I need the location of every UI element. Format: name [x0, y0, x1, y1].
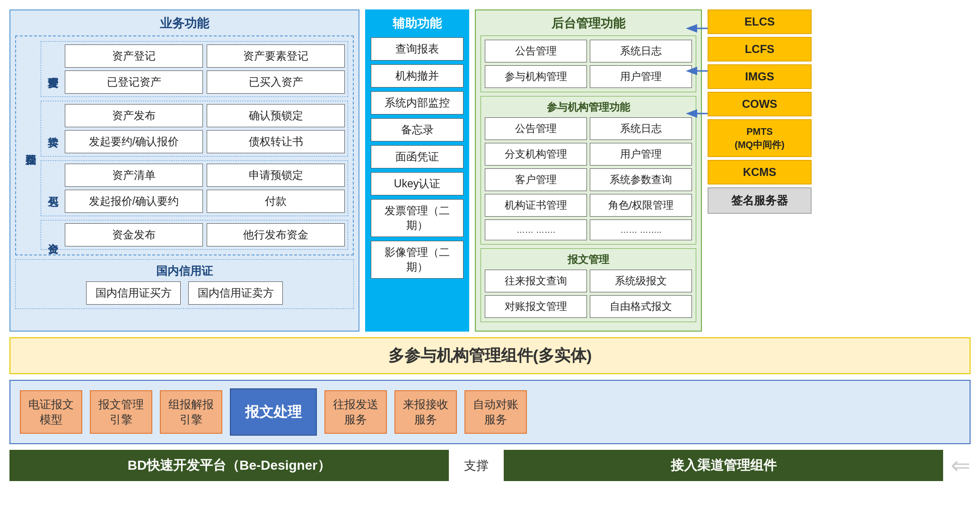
transfer-row2: 发起要约/确认报价 债权转让书: [65, 130, 345, 153]
bs2-item-1: 公告管理: [485, 117, 587, 140]
sys-sign: 签名服务器: [708, 187, 812, 214]
bottom-item-3: 组报解报引擎: [160, 390, 222, 434]
package-item-3: 发起报价/确认要约: [65, 190, 203, 213]
aux-item-7: 发票管理（二期）: [371, 199, 464, 237]
package-item-2: 申请预锁定: [207, 164, 345, 187]
transfer-item-2: 确认预锁定: [207, 104, 345, 127]
aux-item-5: 面函凭证: [371, 145, 464, 168]
sys-elcs: ELCS: [708, 9, 812, 34]
business-title: 业务功能: [15, 15, 354, 32]
bottom-section: 电证报文模型 报文管理引擎 组报解报引擎 报文处理 往报发送服务 来报接收服务 …: [9, 380, 971, 444]
footer-arrow: ⇐: [951, 452, 971, 479]
auxiliary-panel: 辅助功能 查询报表 机构撤并 系统内部监控 备忘录 面函凭证 Ukey认证 发票…: [365, 9, 469, 332]
aux-item-6: Ukey认证: [371, 172, 464, 195]
capital-item-1: 资金发布: [65, 223, 203, 246]
sys-cows: COWS: [708, 92, 812, 116]
bs1-item-3: 参与机构管理: [485, 65, 587, 88]
bs1-item-2: 系统日志: [590, 40, 692, 62]
capital-boxes: 资金发布 他行发布资金: [65, 223, 345, 246]
asset-row2: 已登记资产 已买入资产: [65, 70, 345, 94]
aux-item-2: 机构撤并: [371, 64, 464, 88]
sys-imgs: IMGS: [708, 64, 812, 89]
multi-participant: 多参与机构管理组件(多实体): [9, 337, 971, 374]
transfer-item-1: 资产发布: [65, 104, 203, 127]
backend-sub2-grid: 公告管理 系统日志 分支机构管理 用户管理 客户管理 系统参数查询 机构证书管理…: [485, 117, 692, 240]
right-systems-wrapper: ELCS LCFS IMGS COWS PMTS(MQ中间件) KCMS 签名服…: [708, 9, 812, 332]
side-label: 福费廷: [21, 41, 41, 250]
asset-item-2: 资产要素登记: [207, 44, 345, 68]
footer-platform: BD快速开发平台（Be-Designer）: [9, 450, 449, 481]
transfer-item-3: 发起要约/确认报价: [65, 130, 203, 153]
msg-processing: 报文处理: [230, 388, 317, 436]
bs2-item-3: 分支机构管理: [485, 143, 587, 166]
msg-item-2: 系统级报文: [590, 270, 692, 292]
package-label: 包买: [44, 187, 62, 189]
footer-channel: 接入渠道管理组件: [504, 450, 943, 481]
bottom-item-2: 报文管理引擎: [90, 390, 152, 434]
msg-item-4: 自由格式报文: [590, 295, 692, 318]
aux-item-8: 影像管理（二期）: [371, 241, 464, 279]
footer-support: 支撑: [456, 457, 496, 474]
sys-pmts: PMTS(MQ中间件): [708, 119, 812, 157]
transfer-row1: 资产发布 确认预锁定: [65, 104, 345, 127]
backend-sub2-title: 参与机构管理功能: [485, 100, 692, 114]
bottom-item-1: 电证报文模型: [20, 390, 82, 434]
capital-section: 资金 资金发布 他行发布资金: [41, 220, 348, 250]
capital-label: 资金: [44, 234, 62, 236]
asset-label: 资产管理: [44, 68, 62, 70]
asset-row1: 资产登记 资产要素登记: [65, 44, 345, 68]
domestic-item-1: 国内信用证买方: [86, 281, 181, 305]
top-area: 业务功能 福费廷 资产管理 资产登记 资产要素登记 已登记资产: [9, 9, 971, 332]
bs2-item-4: 用户管理: [590, 143, 692, 166]
bs2-item-2: 系统日志: [590, 117, 692, 140]
bs2-item-9: …… …….: [485, 219, 587, 240]
domestic-row: 国内信用证买方 国内信用证卖方: [86, 281, 283, 305]
asset-item-3: 已登记资产: [65, 70, 203, 94]
asset-section: 资产管理 资产登记 资产要素登记 已登记资产 已买入资产: [41, 41, 348, 97]
bs2-item-10: …… ……..: [590, 219, 692, 240]
footer-row: BD快速开发平台（Be-Designer） 支撑 接入渠道管理组件 ⇐: [9, 450, 971, 481]
package-item-4: 付款: [207, 190, 345, 213]
bs2-item-6: 系统参数查询: [590, 168, 692, 191]
aux-item-4: 备忘录: [371, 118, 464, 141]
package-boxes: 资产清单 申请预锁定 发起报价/确认要约 付款: [65, 164, 345, 213]
asset-item-4: 已买入资产: [207, 70, 345, 94]
bs2-item-5: 客户管理: [485, 168, 587, 191]
business-inner: 福费廷 资产管理 资产登记 资产要素登记 已登记资产 已买入资产: [15, 35, 354, 255]
backend-sub2: 参与机构管理功能 公告管理 系统日志 分支机构管理 用户管理 客户管理 系统参数…: [481, 96, 696, 245]
sys-lcfs: LCFS: [708, 37, 812, 61]
main-container: 业务功能 福费廷 资产管理 资产登记 资产要素登记 已登记资产: [0, 0, 980, 526]
backend-msg: 报文管理 往来报文查询 系统级报文 对账报文管理 自由格式报文: [481, 248, 696, 322]
bottom-item-5: 来报接收服务: [394, 390, 457, 434]
transfer-item-4: 债权转让书: [207, 130, 345, 153]
transfer-label: 转卖: [44, 128, 62, 130]
auxiliary-title: 辅助功能: [393, 15, 442, 32]
backend-sub1: 公告管理 系统日志 参与机构管理 用户管理: [481, 35, 696, 92]
asset-boxes: 资产登记 资产要素登记 已登记资产 已买入资产: [65, 44, 345, 94]
package-row1: 资产清单 申请预锁定: [65, 164, 345, 187]
connector-svg: [679, 9, 708, 332]
aux-item-1: 查询报表: [371, 37, 464, 61]
backend-msg-grid: 往来报文查询 系统级报文 对账报文管理 自由格式报文: [485, 270, 692, 318]
aux-item-3: 系统内部监控: [371, 91, 464, 114]
msg-item-1: 往来报文查询: [485, 270, 587, 292]
business-panel: 业务功能 福费廷 资产管理 资产登记 资产要素登记 已登记资产: [9, 9, 359, 332]
bs1-item-1: 公告管理: [485, 40, 587, 62]
bottom-item-4: 往报发送服务: [324, 390, 387, 434]
bs1-item-4: 用户管理: [590, 65, 692, 88]
domestic-title: 国内信用证: [156, 263, 213, 279]
backend-sub1-grid: 公告管理 系统日志 参与机构管理 用户管理: [485, 40, 692, 88]
msg-item-3: 对账报文管理: [485, 295, 587, 318]
transfer-section: 转卖 资产发布 确认预锁定 发起要约/确认报价 债权转让书: [41, 101, 348, 157]
transfer-boxes: 资产发布 确认预锁定 发起要约/确认报价 债权转让书: [65, 104, 345, 153]
domestic-section: 国内信用证 国内信用证买方 国内信用证卖方: [15, 259, 354, 309]
backend-panel: 后台管理功能 公告管理 系统日志 参与机构管理 用户管理 参与机构管理功能 公告…: [475, 9, 702, 332]
package-section: 包买 资产清单 申请预锁定 发起报价/确认要约 付款: [41, 160, 348, 216]
package-item-1: 资产清单: [65, 164, 203, 187]
sys-kcms: KCMS: [708, 160, 812, 184]
capital-row1: 资金发布 他行发布资金: [65, 223, 345, 246]
package-row2: 发起报价/确认要约 付款: [65, 190, 345, 213]
domestic-item-2: 国内信用证卖方: [188, 281, 283, 305]
asset-item-1: 资产登记: [65, 44, 203, 68]
bs2-item-7: 机构证书管理: [485, 194, 587, 217]
